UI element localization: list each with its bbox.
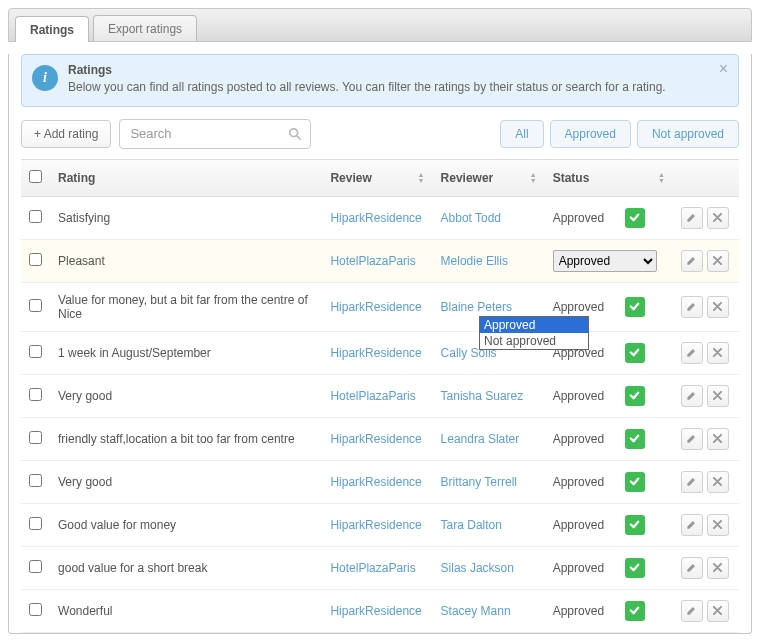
delete-button[interactable] — [707, 296, 729, 318]
reviewer-link[interactable]: Stacey Mann — [441, 604, 511, 618]
review-link[interactable]: HiparkResidence — [330, 432, 421, 446]
edit-button[interactable] — [681, 471, 703, 493]
tab-ratings[interactable]: Ratings — [15, 16, 89, 42]
table-row: friendly staff,location a bit too far fr… — [21, 417, 739, 460]
rating-text: 1 week in August/September — [50, 331, 322, 374]
review-link[interactable]: HiparkResidence — [330, 346, 421, 360]
status-ok-icon — [625, 558, 645, 578]
review-link[interactable]: HotelPlazaParis — [330, 389, 415, 403]
review-link[interactable]: HotelPlazaParis — [330, 561, 415, 575]
delete-button[interactable] — [707, 600, 729, 622]
delete-button[interactable] — [707, 471, 729, 493]
row-checkbox[interactable] — [29, 210, 42, 223]
select-all-checkbox[interactable] — [29, 170, 42, 183]
tab-export-ratings[interactable]: Export ratings — [93, 15, 197, 41]
rating-text: Satisfying — [50, 196, 322, 239]
sort-icon[interactable]: ▲▼ — [658, 172, 665, 184]
reviewer-link[interactable]: Blaine Peters — [441, 300, 512, 314]
review-link[interactable]: HiparkResidence — [330, 475, 421, 489]
dropdown-option-approved[interactable]: Approved — [480, 317, 588, 333]
rating-text: Very good — [50, 460, 322, 503]
row-checkbox[interactable] — [29, 388, 42, 401]
col-header-status[interactable]: Status▲▼ — [545, 159, 673, 196]
table-row: Good value for moneyHiparkResidenceTara … — [21, 503, 739, 546]
filter-not-approved-button[interactable]: Not approved — [637, 120, 739, 148]
dropdown-option-not-approved[interactable]: Not approved — [480, 333, 588, 349]
row-checkbox[interactable] — [29, 345, 42, 358]
rating-text: Good value for money — [50, 503, 322, 546]
rating-text: Very good — [50, 374, 322, 417]
delete-button[interactable] — [707, 428, 729, 450]
delete-button[interactable] — [707, 557, 729, 579]
status-text: Approved — [553, 300, 619, 314]
reviewer-link[interactable]: Tanisha Suarez — [441, 389, 524, 403]
col-header-reviewer[interactable]: Reviewer▲▼ — [433, 159, 545, 196]
col-header-rating[interactable]: Rating — [50, 159, 322, 196]
review-link[interactable]: HotelPlazaParis — [330, 254, 415, 268]
toolbar: + Add rating All Approved Not approved — [9, 119, 751, 159]
reviewer-link[interactable]: Tara Dalton — [441, 518, 502, 532]
status-text: Approved — [553, 604, 619, 618]
review-link[interactable]: HiparkResidence — [330, 604, 421, 618]
reviewer-link[interactable]: Brittany Terrell — [441, 475, 517, 489]
row-checkbox[interactable] — [29, 299, 42, 312]
delete-button[interactable] — [707, 342, 729, 364]
table-row: WonderfulHiparkResidenceStacey MannAppro… — [21, 589, 739, 632]
info-box: i Ratings Below you can find all ratings… — [21, 54, 739, 107]
delete-button[interactable] — [707, 250, 729, 272]
review-link[interactable]: HiparkResidence — [330, 518, 421, 532]
sort-icon[interactable]: ▲▼ — [530, 172, 537, 184]
info-title: Ratings — [68, 61, 666, 79]
edit-button[interactable] — [681, 385, 703, 407]
main-panel: i Ratings Below you can find all ratings… — [8, 54, 752, 634]
delete-button[interactable] — [707, 514, 729, 536]
row-checkbox[interactable] — [29, 560, 42, 573]
row-checkbox[interactable] — [29, 431, 42, 444]
filter-group: All Approved Not approved — [500, 120, 739, 148]
status-text: Approved — [553, 561, 619, 575]
edit-button[interactable] — [681, 514, 703, 536]
filter-all-button[interactable]: All — [500, 120, 543, 148]
search-input[interactable] — [128, 125, 288, 142]
review-link[interactable]: HiparkResidence — [330, 300, 421, 314]
add-rating-button[interactable]: + Add rating — [21, 120, 111, 148]
tab-bar: Ratings Export ratings — [8, 8, 752, 42]
reviewer-link[interactable]: Leandra Slater — [441, 432, 520, 446]
edit-button[interactable] — [681, 428, 703, 450]
table-row: PleasantHotelPlazaParisMelodie EllisAppr… — [21, 239, 739, 282]
rating-text: good value for a short break — [50, 546, 322, 589]
edit-button[interactable] — [681, 207, 703, 229]
edit-button[interactable] — [681, 342, 703, 364]
search-icon[interactable] — [288, 127, 302, 141]
table-row: Very goodHiparkResidenceBrittany Terrell… — [21, 460, 739, 503]
status-text: Approved — [553, 432, 619, 446]
status-ok-icon — [625, 343, 645, 363]
row-checkbox[interactable] — [29, 474, 42, 487]
row-checkbox[interactable] — [29, 253, 42, 266]
reviewer-link[interactable]: Silas Jackson — [441, 561, 514, 575]
row-checkbox[interactable] — [29, 517, 42, 530]
edit-button[interactable] — [681, 557, 703, 579]
reviewer-link[interactable]: Melodie Ellis — [441, 254, 508, 268]
col-header-review[interactable]: Review▲▼ — [322, 159, 432, 196]
edit-button[interactable] — [681, 296, 703, 318]
status-ok-icon — [625, 386, 645, 406]
table-row: SatisfyingHiparkResidenceAbbot ToddAppro… — [21, 196, 739, 239]
review-link[interactable]: HiparkResidence — [330, 211, 421, 225]
reviewer-link[interactable]: Abbot Todd — [441, 211, 502, 225]
filter-approved-button[interactable]: Approved — [550, 120, 631, 148]
table-row: good value for a short breakHotelPlazaPa… — [21, 546, 739, 589]
edit-button[interactable] — [681, 250, 703, 272]
row-checkbox[interactable] — [29, 603, 42, 616]
delete-button[interactable] — [707, 385, 729, 407]
table-row: Very goodHotelPlazaParisTanisha SuarezAp… — [21, 374, 739, 417]
status-select[interactable]: Approved — [553, 250, 657, 272]
rating-text: Value for money, but a bit far from the … — [50, 282, 322, 331]
status-ok-icon — [625, 515, 645, 535]
close-icon[interactable]: × — [719, 61, 728, 77]
rating-text: Pleasant — [50, 239, 322, 282]
delete-button[interactable] — [707, 207, 729, 229]
edit-button[interactable] — [681, 600, 703, 622]
sort-icon[interactable]: ▲▼ — [418, 172, 425, 184]
status-dropdown-popup: Approved Not approved — [479, 316, 589, 350]
